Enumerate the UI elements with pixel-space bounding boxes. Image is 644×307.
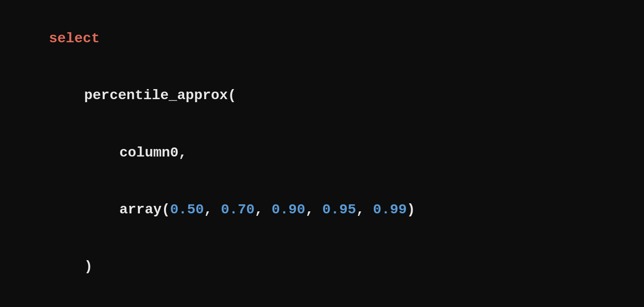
line-3: column0,: [15, 124, 629, 181]
func-name: percentile_approx(: [84, 88, 236, 103]
close-paren: ): [84, 259, 93, 274]
num-095: 0.95: [323, 202, 356, 217]
num-090: 0.90: [272, 202, 305, 217]
line-4: array(0.50, 0.70, 0.90, 0.95, 0.99): [15, 181, 629, 238]
line-1: select: [15, 10, 629, 67]
column0: column0,: [119, 145, 187, 161]
line-6: from: [15, 295, 629, 307]
line-5: ): [15, 239, 629, 295]
num-050: 0.50: [170, 202, 204, 217]
num-099: 0.99: [373, 202, 407, 217]
keyword-select: select: [49, 31, 100, 46]
array-keyword: array(: [119, 202, 170, 217]
num-070: 0.70: [221, 202, 255, 217]
line-2: percentile_approx(: [15, 67, 629, 124]
code-editor: select percentile_approx( column0, array…: [15, 10, 629, 307]
